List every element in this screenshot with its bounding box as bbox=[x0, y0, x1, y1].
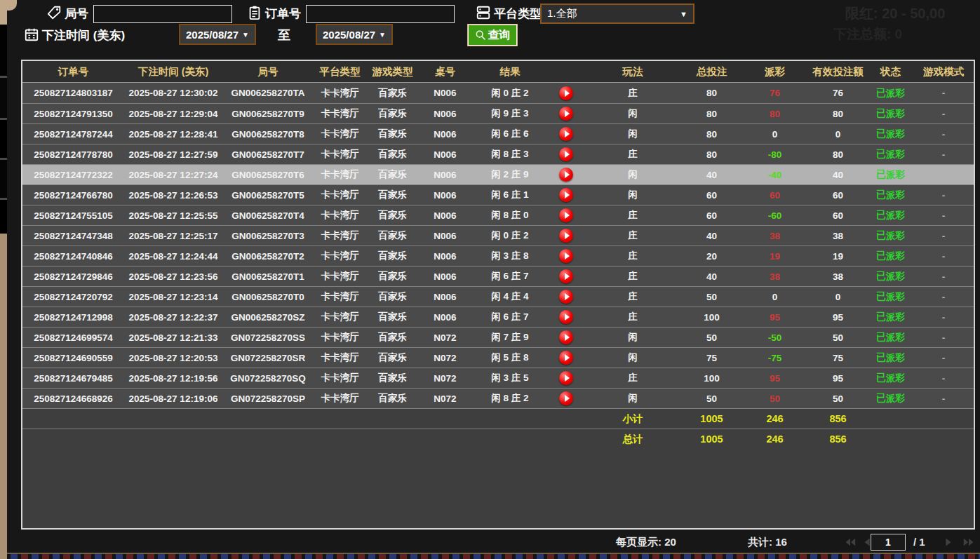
play-video-button[interactable] bbox=[549, 165, 584, 184]
cell-result: 闲 3 庄 8 bbox=[471, 246, 549, 266]
play-video-button[interactable] bbox=[549, 389, 584, 408]
table-row[interactable]: 2508271247551052025-08-27 12:25:55GN0062… bbox=[22, 205, 974, 225]
table-row[interactable]: 2508271247298462025-08-27 12:23:56GN0062… bbox=[22, 266, 974, 286]
play-video-icon[interactable] bbox=[559, 147, 573, 161]
cell-bet: 闲 bbox=[584, 104, 682, 123]
table-row[interactable]: 2508271247473482025-08-27 12:25:17GN0062… bbox=[22, 225, 974, 245]
cell-empty bbox=[868, 429, 913, 449]
cell-table_no: N072 bbox=[419, 389, 471, 408]
table-row[interactable]: 2508271247913502025-08-27 12:29:04GN0062… bbox=[22, 103, 974, 123]
cell-time: 2025-08-27 12:19:56 bbox=[124, 368, 222, 388]
order-number-label: 订单号 bbox=[265, 6, 301, 22]
table-row[interactable]: 2508271246689262025-08-27 12:19:06GN0722… bbox=[22, 388, 974, 408]
table-row[interactable]: 2508271247787802025-08-27 12:27:59GN0062… bbox=[22, 144, 974, 164]
next-page-button[interactable] bbox=[942, 537, 955, 548]
cell-result: 闲 2 庄 9 bbox=[471, 165, 549, 184]
play-video-icon[interactable] bbox=[559, 127, 573, 141]
cell-game: 百家乐 bbox=[366, 83, 419, 103]
play-video-button[interactable] bbox=[549, 83, 584, 103]
table-row[interactable]: 2508271247207922025-08-27 12:23:14GN0062… bbox=[22, 286, 974, 307]
cell-order: 250827124772322 bbox=[22, 165, 124, 184]
table-row[interactable]: 2508271246995742025-08-27 12:21:33GN0722… bbox=[22, 327, 974, 347]
cell-bet: 闲 bbox=[584, 389, 682, 408]
cell-total: 40 bbox=[682, 267, 741, 286]
cell-mode: - bbox=[913, 104, 974, 123]
tag-icon bbox=[46, 5, 62, 20]
cell-status: 已派彩 bbox=[868, 185, 913, 205]
play-video-icon[interactable] bbox=[559, 107, 573, 121]
play-video-icon[interactable] bbox=[559, 86, 573, 100]
cell-result: 闲 8 庄 0 bbox=[471, 206, 549, 225]
date-to-picker[interactable]: 2025/08/27 ▼ bbox=[316, 24, 393, 45]
total-valid: 856 bbox=[808, 409, 868, 429]
last-page-button[interactable] bbox=[962, 537, 975, 548]
table-row[interactable]: 2508271247723222025-08-27 12:27:24GN0062… bbox=[22, 164, 974, 184]
play-video-icon[interactable] bbox=[559, 371, 573, 385]
cell-mode: - bbox=[913, 185, 974, 205]
cell-payout: 19 bbox=[741, 246, 808, 266]
play-video-icon[interactable] bbox=[559, 290, 573, 304]
clipboard-icon bbox=[247, 5, 262, 20]
play-video-button[interactable] bbox=[549, 287, 584, 307]
play-video-button[interactable] bbox=[549, 267, 584, 286]
play-video-icon[interactable] bbox=[559, 269, 573, 283]
cell-mode: - bbox=[913, 124, 974, 144]
play-video-button[interactable] bbox=[549, 348, 584, 368]
table-row[interactable]: 2508271247408462025-08-27 12:24:44GN0062… bbox=[22, 245, 974, 266]
play-video-button[interactable] bbox=[549, 328, 584, 347]
cell-time: 2025-08-27 12:23:14 bbox=[124, 287, 222, 307]
order-number-input[interactable] bbox=[306, 5, 455, 23]
cell-round: GN006258270T1 bbox=[222, 267, 314, 286]
play-video-button[interactable] bbox=[549, 124, 584, 144]
cell-valid: 38 bbox=[808, 226, 868, 245]
date-from-value: 2025/08/27 bbox=[186, 29, 239, 41]
play-video-icon[interactable] bbox=[559, 330, 573, 344]
table-row[interactable]: 2508271247872442025-08-27 12:28:41GN0062… bbox=[22, 123, 974, 144]
play-video-icon[interactable] bbox=[559, 249, 573, 263]
round-number-input[interactable] bbox=[93, 5, 232, 23]
table-row[interactable]: 2508271247667802025-08-27 12:26:53GN0062… bbox=[22, 184, 974, 205]
header-game: 游戏类型 bbox=[366, 61, 419, 82]
cell-mode: - bbox=[913, 144, 974, 164]
header-payout: 派彩 bbox=[741, 61, 808, 82]
cell-table_no: N006 bbox=[419, 144, 471, 164]
play-video-button[interactable] bbox=[549, 185, 584, 205]
first-page-button[interactable] bbox=[844, 537, 857, 548]
play-video-button[interactable] bbox=[549, 206, 584, 225]
total-label: 总计 bbox=[584, 429, 682, 449]
header-table_no: 桌号 bbox=[419, 61, 471, 82]
play-video-icon[interactable] bbox=[559, 208, 573, 222]
search-button[interactable]: 查询 bbox=[467, 24, 518, 46]
play-video-button[interactable] bbox=[549, 307, 584, 327]
cell-empty bbox=[549, 429, 584, 449]
cell-mode: - bbox=[913, 267, 974, 286]
play-video-icon[interactable] bbox=[559, 168, 573, 182]
play-video-button[interactable] bbox=[549, 226, 584, 245]
cell-time: 2025-08-27 12:19:06 bbox=[124, 389, 222, 408]
page-number-input[interactable] bbox=[871, 534, 906, 551]
table-row[interactable]: 2508271247129982025-08-27 12:22:37GN0062… bbox=[22, 307, 974, 327]
play-video-icon[interactable] bbox=[559, 351, 573, 365]
play-video-icon[interactable] bbox=[559, 391, 573, 405]
play-video-button[interactable] bbox=[549, 368, 584, 388]
play-video-icon[interactable] bbox=[559, 188, 573, 202]
cell-status: 已派彩 bbox=[868, 206, 913, 225]
cell-bet: 闲 bbox=[584, 165, 682, 184]
play-video-icon[interactable] bbox=[559, 229, 573, 243]
cell-platform: 卡卡湾厅 bbox=[314, 267, 366, 286]
play-video-icon[interactable] bbox=[559, 310, 573, 324]
play-video-button[interactable] bbox=[549, 144, 584, 164]
cell-time: 2025-08-27 12:28:41 bbox=[124, 124, 222, 144]
play-video-button[interactable] bbox=[549, 246, 584, 266]
header-time: 下注时间 (美东) bbox=[124, 61, 222, 82]
cell-game: 百家乐 bbox=[366, 246, 419, 266]
chevron-down-icon: ▼ bbox=[242, 31, 249, 39]
date-from-picker[interactable]: 2025/08/27 ▼ bbox=[179, 24, 256, 45]
table-row[interactable]: 2508271246794852025-08-27 12:19:56GN0722… bbox=[22, 368, 974, 388]
table-row[interactable]: 2508271248031872025-08-27 12:30:02GN0062… bbox=[22, 83, 974, 103]
play-video-button[interactable] bbox=[549, 104, 584, 123]
table-row[interactable]: 2508271246905592025-08-27 12:20:53GN0722… bbox=[22, 347, 974, 368]
platform-type-select[interactable]: 1.全部 ▼ bbox=[540, 4, 694, 24]
cell-status: 已派彩 bbox=[868, 165, 913, 184]
cell-order: 250827124690559 bbox=[22, 348, 124, 368]
